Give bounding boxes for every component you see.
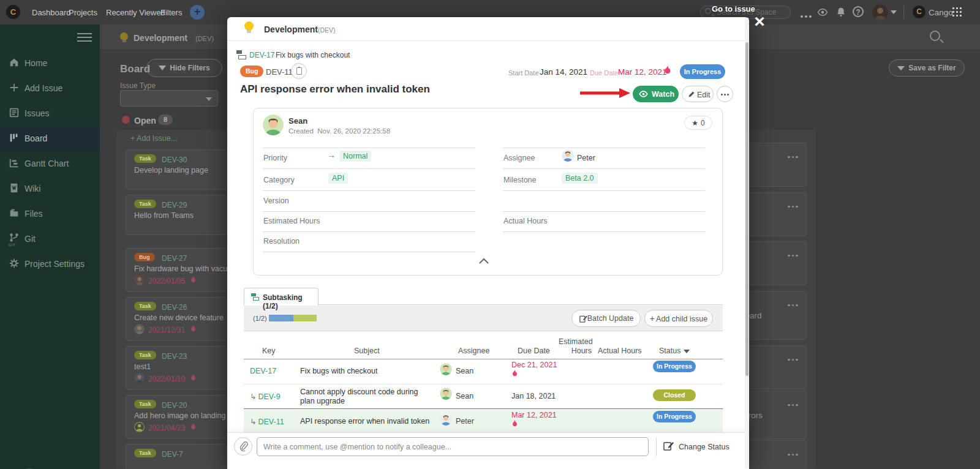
row-status-badge: In Progress <box>653 361 696 372</box>
subtask-icon <box>251 293 260 301</box>
progress-label: (1/2) <box>253 315 267 322</box>
subtask-subject[interactable]: Fix bugs with checkout <box>300 367 434 376</box>
nav-divider <box>903 6 904 19</box>
assignee-value[interactable]: Peter <box>577 154 595 162</box>
col-estimated-2: Hours <box>559 347 592 355</box>
card-more-icon[interactable] <box>787 352 799 363</box>
subtask-subject[interactable]: Cannot apply discount code during plan u… <box>300 388 434 406</box>
project-icon <box>120 32 128 40</box>
change-status-button[interactable]: Change Status <box>679 443 729 451</box>
issue-status-badge[interactable]: In Progress <box>680 64 725 79</box>
card-more-icon[interactable] <box>787 298 799 309</box>
col-assignee: Assignee <box>458 347 489 355</box>
row-assignee-avatar <box>440 388 452 400</box>
col-status[interactable]: Status <box>659 347 690 355</box>
app-logo[interactable]: C <box>6 5 20 19</box>
flame-icon <box>190 422 197 431</box>
more-actions-button[interactable] <box>717 86 733 102</box>
milestone-value[interactable]: Beta 2.0 <box>562 173 598 184</box>
edit-button[interactable]: Edit <box>682 86 714 102</box>
sidebar-item-gantt-chart[interactable]: Gantt Chart <box>0 151 100 176</box>
global-add-button[interactable]: + <box>190 5 205 20</box>
help-icon[interactable] <box>853 6 864 17</box>
attach-file-button[interactable] <box>234 437 252 456</box>
page-search-icon[interactable] <box>930 31 940 41</box>
batch-update-button[interactable]: Batch Update <box>571 310 641 327</box>
board-page-title: Board <box>120 63 150 75</box>
modal-project-key: (DEV) <box>318 26 336 34</box>
card-more-icon[interactable] <box>787 199 799 210</box>
user-avatar[interactable] <box>872 4 888 20</box>
sidebar-item-files[interactable]: Files <box>0 201 100 226</box>
card-more-icon[interactable] <box>787 248 799 259</box>
nav-projects[interactable]: Projects <box>69 8 97 17</box>
sidebar-item-add-issue[interactable]: Add Issue <box>0 75 100 100</box>
row-status-badge: In Progress <box>653 411 696 422</box>
notifications-bell-icon[interactable] <box>835 6 846 18</box>
close-icon[interactable] <box>751 13 768 31</box>
hide-filters-button[interactable]: Hide Filters <box>146 59 222 77</box>
assignee-avatar <box>134 324 145 334</box>
priority-value[interactable]: Normal <box>339 151 371 162</box>
subtask-subject[interactable]: API response error when invalid token <box>300 417 434 426</box>
watch-button[interactable]: Watch <box>633 86 679 102</box>
star-count[interactable]: 0 <box>684 116 712 130</box>
sidebar-collapse-icon[interactable] <box>77 33 92 42</box>
category-value[interactable]: API <box>328 173 348 184</box>
card-more-icon[interactable] <box>787 149 799 160</box>
nav-recently-viewed[interactable]: Recently Viewed <box>106 8 165 17</box>
issue-type-select[interactable] <box>120 90 218 107</box>
go-to-issue-tooltip: Go to issue <box>712 4 755 13</box>
brand-name[interactable]: Cango <box>929 8 953 17</box>
sidebar-item-board[interactable]: Board <box>0 126 100 151</box>
sidebar-item-git[interactable]: GIT Git <box>0 226 100 251</box>
flame-icon <box>190 276 197 284</box>
subtask-key[interactable]: ↳DEV-11 <box>250 417 284 426</box>
card-more-icon[interactable] <box>787 397 799 408</box>
parent-issue-key[interactable]: DEV-17 <box>249 51 274 59</box>
subtasks-table: Key Subject Assignee Due Date Estimated … <box>244 331 723 432</box>
wiki-icon <box>9 182 20 193</box>
task-badge: Task <box>134 200 156 208</box>
apps-grid-icon[interactable] <box>952 7 963 18</box>
subtasking-section: Subtasking (1/2) (1/2) Batch Update +Add… <box>244 288 723 432</box>
sidebar-item-issues[interactable]: Issues <box>0 100 100 126</box>
copy-key-button[interactable] <box>291 63 307 79</box>
comment-input[interactable] <box>257 437 649 456</box>
sidebar-item-home[interactable]: Home <box>0 50 100 75</box>
subtask-key[interactable]: DEV-17 <box>250 367 276 375</box>
category-label: Category <box>263 176 295 184</box>
task-badge: Task <box>134 154 156 163</box>
subtasking-tab[interactable]: Subtasking (1/2) <box>244 288 318 306</box>
watch-eye-icon[interactable] <box>817 7 828 18</box>
brand-logo[interactable]: C <box>913 6 925 18</box>
sidebar-item-project-settings[interactable]: Project Settings <box>0 251 100 276</box>
add-issue-link[interactable]: + Add Issue... <box>130 134 177 143</box>
board-icon <box>9 132 20 143</box>
collapse-chevron-icon[interactable] <box>479 258 489 264</box>
parent-issue-title[interactable]: Fix bugs with checkout <box>276 51 350 59</box>
nav-more-icon[interactable] <box>799 10 812 21</box>
version-label: Version <box>263 197 289 205</box>
project-bulb-icon <box>244 21 254 31</box>
save-as-filter-button[interactable]: Save as Filter <box>889 59 965 77</box>
user-menu-caret-icon[interactable] <box>891 10 897 14</box>
child-arrow-icon: ↳ <box>250 392 256 401</box>
plus-icon <box>9 82 20 93</box>
open-column-label: Open <box>134 116 156 126</box>
git-icon <box>9 233 20 244</box>
flame-icon <box>190 373 197 382</box>
subtask-key[interactable]: ↳DEV-9 <box>250 392 281 401</box>
priority-label: Priority <box>263 154 287 162</box>
created-timestamp: Created Nov. 26, 2020 22:25:58 <box>288 127 390 135</box>
modal-scrollbar[interactable] <box>745 18 748 468</box>
add-child-issue-button[interactable]: +Add child issue <box>644 310 713 327</box>
nav-filters[interactable]: Filters <box>160 8 182 17</box>
sidebar-item-wiki[interactable]: Wiki <box>0 176 100 201</box>
issue-title: API response error when invalid token <box>240 83 430 96</box>
card-more-icon[interactable] <box>787 447 799 458</box>
flame-icon <box>663 65 672 76</box>
nav-dashboard[interactable]: Dashboard <box>32 8 71 17</box>
gear-icon <box>9 258 20 269</box>
col-actual-hours: Actual Hours <box>598 347 642 355</box>
